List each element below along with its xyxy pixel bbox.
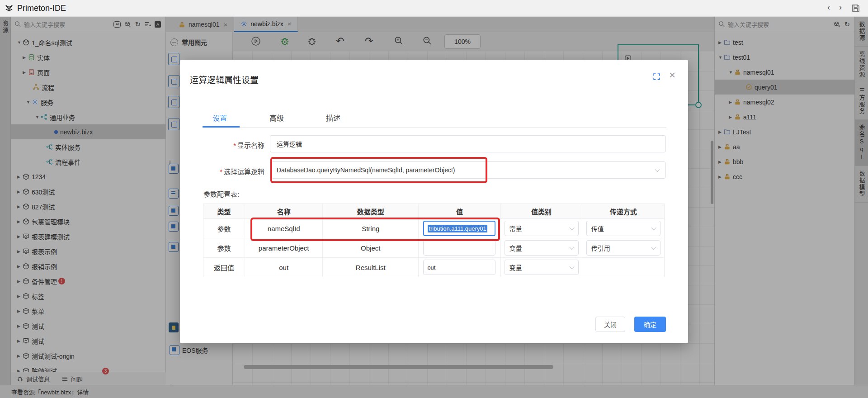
dialog-title: 运算逻辑属性设置 <box>190 73 259 85</box>
param-table-caption: 参数配置表: <box>203 189 239 199</box>
category-select[interactable]: 常量 <box>505 221 579 236</box>
properties-dialog: 运算逻辑属性设置 × 设置 高级 描述 *显示名称 运算逻辑 *选择运算逻辑 D… <box>180 60 688 343</box>
fullscreen-icon[interactable] <box>653 73 660 81</box>
category-select[interactable]: 变量 <box>505 260 579 275</box>
chevron-down-icon <box>569 225 574 230</box>
category-select[interactable]: 变量 <box>505 240 579 256</box>
save-icon[interactable] <box>852 4 860 12</box>
pass-mode-select[interactable]: 传引用 <box>586 240 660 256</box>
value-input-out[interactable]: out <box>423 260 495 275</box>
dialog-tab-advanced[interactable]: 高级 <box>269 112 284 123</box>
close-icon[interactable]: × <box>669 70 675 81</box>
param-row-out: 返回值 out ResultList out 变量 <box>203 258 664 277</box>
annotation-box-row1 <box>250 218 500 241</box>
nav-forward-icon[interactable]: › <box>839 3 842 12</box>
param-table-header: 类型 名称 数据类型 值 值类别 传递方式 <box>203 204 664 219</box>
chevron-down-icon <box>569 245 574 250</box>
app-title: Primeton-IDE <box>17 4 66 13</box>
tab-divider <box>203 127 666 128</box>
close-button[interactable]: 关闭 <box>595 317 625 332</box>
chevron-down-icon <box>651 245 656 250</box>
pass-mode-select[interactable]: 传值 <box>586 221 660 236</box>
param-row-parameterobject: 参数 parameterObject Object 变量 传引用 <box>203 238 664 258</box>
title-bar: Primeton-IDE ‹ › <box>0 0 868 17</box>
display-name-input[interactable]: 运算逻辑 <box>270 135 666 152</box>
display-name-label: *显示名称 <box>192 140 264 150</box>
nav-back-icon[interactable]: ‹ <box>827 3 830 12</box>
value-input-parameterobject[interactable] <box>423 240 495 256</box>
dialog-tab-description[interactable]: 描述 <box>326 112 340 123</box>
chevron-down-icon <box>655 167 660 172</box>
annotation-box-logic <box>270 157 487 183</box>
active-tab-underline <box>203 126 240 128</box>
confirm-button[interactable]: 确定 <box>634 317 666 332</box>
chevron-down-icon <box>569 264 574 269</box>
chevron-down-icon <box>651 225 656 230</box>
logic-select-label: *选择运算逻辑 <box>192 166 264 176</box>
app-logo-icon <box>5 4 14 13</box>
dialog-tab-settings[interactable]: 设置 <box>212 112 227 123</box>
